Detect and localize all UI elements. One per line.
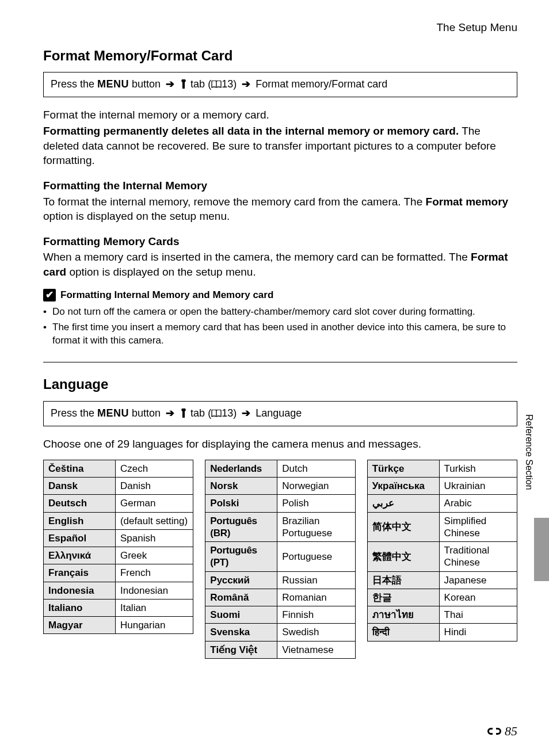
book-icon: [211, 407, 222, 421]
subheading-memory-cards: Formatting Memory Cards: [43, 234, 517, 249]
body-text: option is displayed on the setup menu.: [43, 210, 230, 222]
language-name: Vietnamese: [277, 641, 355, 658]
side-section-label: Reference Section: [523, 414, 535, 490]
table-row: 简体中文Simplified Chinese: [367, 512, 517, 542]
nav-text: button: [129, 78, 163, 90]
language-native: Indonesia: [44, 582, 116, 599]
language-native: Dansk: [44, 478, 116, 495]
wrench-icon: [180, 78, 188, 92]
language-table-3: TürkçeTurkishУкраїнськаUkrainianعربيArab…: [367, 460, 517, 642]
table-row: हिन्दीHindi: [367, 624, 517, 641]
table-row: SvenskaSwedish: [205, 624, 355, 641]
reference-link-icon: [486, 726, 502, 736]
table-row: IndonesiaIndonesian: [44, 582, 193, 599]
language-native: Deutsch: [44, 495, 116, 512]
list-item: The first time you insert a memory card …: [43, 321, 517, 348]
language-name: Italian: [115, 599, 193, 616]
nav-dest: Format memory/Format card: [256, 78, 387, 90]
language-native: Français: [44, 564, 116, 582]
language-name: Thai: [439, 606, 517, 624]
body-text: Formatting permanently deletes all data …: [43, 124, 517, 168]
nav-dest: Language: [256, 407, 302, 419]
table-row: NorskNorwegian: [205, 478, 355, 495]
table-row: УкраїнськаUkrainian: [367, 478, 517, 495]
language-name: Finnish: [277, 606, 355, 624]
language-name: Japanese: [439, 571, 517, 589]
language-native: Українська: [367, 478, 439, 495]
language-name: Brazilian Portuguese: [277, 512, 355, 542]
body-text: option is displayed on the setup menu.: [66, 266, 256, 278]
language-name: Hungarian: [115, 617, 193, 634]
language-native: Nederlands: [205, 460, 277, 477]
menu-button-label: MENU: [97, 407, 129, 419]
nav-text: ): [233, 78, 239, 90]
body-text: Format the internal memory or a memory c…: [43, 108, 517, 123]
language-native: Português (PT): [205, 542, 277, 572]
language-name: Turkish: [439, 460, 517, 477]
language-native: Magyar: [44, 617, 116, 634]
page-ref: 13: [222, 78, 233, 90]
bold-warning: Formatting permanently deletes all data …: [43, 125, 459, 137]
language-name: Danish: [115, 478, 193, 495]
language-name: Czech: [115, 460, 193, 477]
language-name: Romanian: [277, 589, 355, 606]
language-native: Norsk: [205, 478, 277, 495]
nav-path-language: Press the MENU button ➔ tab (13) ➔ Langu…: [43, 401, 517, 426]
language-native: Español: [44, 529, 116, 547]
language-native: Tiếng Việt: [205, 641, 277, 658]
table-row: ภาษาไทยThai: [367, 606, 517, 624]
side-tab-marker: [534, 518, 549, 581]
language-name: Norwegian: [277, 478, 355, 495]
language-native: Türkçe: [367, 460, 439, 477]
language-native: 简体中文: [367, 512, 439, 542]
table-row: TürkçeTurkish: [367, 460, 517, 477]
table-row: FrançaisFrench: [44, 564, 193, 582]
arrow-icon: ➔: [242, 78, 250, 90]
caution-icon: ✔: [43, 289, 56, 301]
language-name: Polish: [277, 495, 355, 512]
list-item: Do not turn off the camera or open the b…: [43, 306, 517, 319]
page-number: 85: [505, 723, 517, 740]
language-name: Simplified Chinese: [439, 512, 517, 542]
language-native: Русский: [205, 571, 277, 589]
language-name: Traditional Chinese: [439, 542, 517, 572]
language-native: English: [44, 512, 116, 529]
language-native: 日本語: [367, 571, 439, 589]
language-native: Română: [205, 589, 277, 606]
body-text: When a memory card is inserted in the ca…: [43, 250, 517, 279]
language-native: Italiano: [44, 599, 116, 616]
section-title-language: Language: [43, 375, 517, 394]
section-divider: [43, 362, 517, 362]
menu-button-label: MENU: [97, 78, 129, 90]
language-name: Hindi: [439, 624, 517, 641]
table-row: MagyarHungarian: [44, 617, 193, 634]
language-native: हिन्दी: [367, 624, 439, 641]
note-list: Do not turn off the camera or open the b…: [43, 306, 517, 348]
language-name: (default setting): [115, 512, 193, 529]
table-row: NederlandsDutch: [205, 460, 355, 477]
language-name: Indonesian: [115, 582, 193, 599]
table-row: عربيArabic: [367, 495, 517, 512]
body-text: To format the internal memory, remove th…: [43, 194, 517, 224]
language-tables: ČeštinaCzechDanskDanishDeutschGermanEngl…: [43, 460, 517, 659]
nav-text: Press the: [51, 407, 97, 419]
language-native: Ελληνικά: [44, 547, 116, 564]
page-footer: 85: [486, 723, 517, 740]
language-native: 繁體中文: [367, 542, 439, 572]
table-row: Português (BR)Brazilian Portuguese: [205, 512, 355, 542]
language-native: Suomi: [205, 606, 277, 624]
arrow-icon: ➔: [242, 407, 250, 419]
language-native: ภาษาไทย: [367, 606, 439, 624]
nav-text: button: [129, 407, 163, 419]
table-row: PolskiPolish: [205, 495, 355, 512]
nav-text: tab (: [188, 78, 211, 90]
nav-text: Press the: [51, 78, 97, 90]
language-native: Português (BR): [205, 512, 277, 542]
book-icon: [211, 78, 222, 92]
language-table-2: NederlandsDutchNorskNorwegianPolskiPolis…: [205, 460, 355, 659]
table-row: ItalianoItalian: [44, 599, 193, 616]
language-name: Greek: [115, 547, 193, 564]
wrench-icon: [180, 407, 188, 421]
table-row: ČeštinaCzech: [44, 460, 193, 477]
language-name: Russian: [277, 571, 355, 589]
